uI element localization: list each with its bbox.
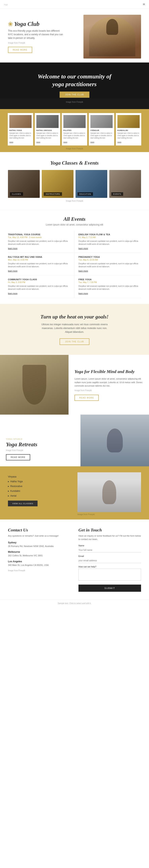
- contact-city-sydney: Sydney 26 Romany Rd, Newtown NSW 2042, A…: [8, 541, 71, 548]
- event-learn-more-link[interactable]: learn more: [78, 270, 88, 272]
- class-card-education[interactable]: EDUCATION: [75, 170, 107, 198]
- contact-city-la: Los Angeles 340 Main St, Los Angeles CA …: [8, 560, 71, 567]
- form-group-email: Email: [78, 555, 141, 563]
- classes-img-link[interactable]: Freepik: [76, 200, 83, 202]
- city-name: Melbourne: [8, 551, 71, 553]
- flex-read-more-button[interactable]: READ MORE: [75, 395, 99, 401]
- type-more-link[interactable]: more: [9, 141, 13, 143]
- submit-button[interactable]: SUBMIT: [78, 585, 141, 592]
- event-title: ENGLISH YOGA FLOW & TEA: [78, 233, 141, 236]
- list-item: KUNDALINI Sample text. Click to select i…: [116, 113, 141, 146]
- event-desc: Dscplkur std ocascat cupidatat non proid…: [78, 285, 141, 290]
- view-all-btn: VIEW ALL CLASSES: [8, 501, 72, 506]
- welcome-banner: Welcome to our community of yoga practit…: [0, 62, 149, 109]
- list-item[interactable]: ▸Aerial: [8, 493, 72, 498]
- flex-left-image: [0, 355, 69, 414]
- list-item: HATHA YOGA Sample text. Click to select …: [8, 113, 33, 146]
- table-row: ENGLISH YOGA FLOW & TEA Fri, May 3, 7:13…: [75, 230, 141, 253]
- event-title: FREE YOGA: [78, 278, 141, 281]
- event-learn-more-link[interactable]: learn more: [78, 247, 88, 250]
- all-events-section: All Events Lorem ipsum dolor sit amet, c…: [0, 210, 149, 304]
- hero-description: This eco-friendly yoga studio boasts two…: [8, 29, 64, 40]
- flex-desc: Lorem ipsum. Lorem ipsum dolor sit amet,…: [75, 377, 143, 388]
- classes-img-link-2[interactable]: Freepik: [88, 513, 95, 516]
- message-field[interactable]: [78, 569, 141, 581]
- contact-city-melbourne: Melbourne 162 Collins St, Melbourne VIC …: [8, 551, 71, 557]
- class-card-classes[interactable]: CLASSES: [8, 170, 40, 198]
- heat-cta-button[interactable]: JOIN THE CLUB: [60, 338, 89, 345]
- retreats-right-image: [80, 414, 149, 466]
- type-more-link[interactable]: more: [90, 141, 94, 143]
- city-name: Sydney: [8, 541, 71, 544]
- event-title: TRADITIONAL YOGA COURSE: [8, 233, 70, 236]
- retreats-left-content: YOGA STUDIO Yoga Retreats Image from Fre…: [0, 414, 80, 466]
- classes-events-section: Yoga Classes & Events CLASSES INSTRUCTOR…: [0, 152, 149, 210]
- hero-section: ❀ Yoga Club This eco-friendly yoga studi…: [0, 9, 149, 62]
- name-field[interactable]: [78, 548, 141, 553]
- retreats-img-credit: Image from Freepik: [6, 449, 75, 452]
- classes-list-img: [77, 472, 141, 512]
- list-item[interactable]: ▸Kundalini: [8, 489, 72, 493]
- list-item[interactable]: Vinyasa: [8, 474, 72, 479]
- class-badge-education: EDUCATION: [77, 192, 93, 196]
- list-item: HATHA VINYASA Sample text. Click to sele…: [35, 113, 60, 146]
- nav-logo: logo: [4, 3, 8, 6]
- hamburger-icon[interactable]: ≡: [143, 2, 145, 6]
- flex-img-link[interactable]: Freepik: [85, 389, 91, 392]
- retreats-read-more-button[interactable]: READ MORE: [6, 454, 30, 460]
- event-learn-more-link[interactable]: learn more: [8, 292, 17, 294]
- type-desc: Sample text. Click to select it. Click a…: [63, 132, 86, 139]
- retreats-section: YOGA STUDIO Yoga Retreats Image from Fre…: [0, 414, 149, 466]
- classes-img-credit-2: Image from Freepik: [77, 513, 141, 516]
- list-item: IYENGAR Sample text. Click to select it.…: [89, 113, 114, 146]
- type-title: HATHA VINYASA: [36, 129, 59, 131]
- name-label: Name: [78, 545, 141, 547]
- hero-read-more-button[interactable]: READ MORE: [8, 47, 32, 53]
- view-all-classes-button[interactable]: VIEW ALL CLASSES: [8, 501, 38, 506]
- footer-text: Sample text. Click to select and edit it…: [8, 602, 141, 604]
- welcome-img-credit: Image from Freepik: [8, 101, 141, 103]
- hero-img-link[interactable]: Freepik: [18, 42, 25, 44]
- contact-heading: Contact Us: [8, 527, 71, 533]
- class-card-events[interactable]: EVENTS: [109, 170, 141, 198]
- type-more-link[interactable]: more: [63, 141, 67, 143]
- contact-img-link[interactable]: Freepik: [18, 569, 25, 571]
- welcome-cta-button[interactable]: JOIN THE CLUB: [60, 92, 89, 98]
- hero-img-credit: Image from Freepik: [8, 42, 73, 44]
- type-title: HATHA YOGA: [9, 129, 32, 131]
- event-date: Tue, May 7, 7:30 PM: [78, 281, 141, 283]
- heat-desc: Ultrices leo integer malesuada nunc vel …: [39, 323, 110, 334]
- email-field[interactable]: [78, 558, 141, 563]
- type-more-link[interactable]: more: [117, 141, 121, 143]
- event-desc: Dscplkur std ocascat cupidatat non proid…: [8, 262, 70, 268]
- types-img-link[interactable]: Freepik: [76, 148, 83, 150]
- event-learn-more-link[interactable]: learn more: [8, 270, 17, 272]
- retreats-img-link[interactable]: Freepik: [16, 449, 23, 452]
- event-learn-more-link[interactable]: learn more: [8, 247, 17, 250]
- flex-right-content: Yoga for Flexible Mind and Body Lorem ip…: [69, 355, 149, 414]
- list-item: PILATES Sample text. Click to select it.…: [62, 113, 87, 146]
- classes-columns: Vinyasa ▸Hatha Yoga ▸Restorative ▸Kundal…: [8, 472, 141, 516]
- navigation: logo ≡: [0, 0, 149, 9]
- contact-img-credit: Image from Freepik: [8, 569, 71, 571]
- type-title: IYENGAR: [90, 129, 113, 131]
- classes-list: Vinyasa ▸Hatha Yoga ▸Restorative ▸Kundal…: [8, 474, 72, 498]
- type-desc: Sample text. Click to select it. Click a…: [36, 132, 59, 139]
- welcome-img-link[interactable]: Freepik: [76, 101, 83, 103]
- brand-name: Yoga Club: [14, 21, 40, 27]
- get-in-touch-intro: Have an inquiry or some feedback for us?…: [78, 534, 141, 541]
- class-card-instructors[interactable]: INSTRUCTORS: [42, 170, 74, 198]
- classes-col-list: Vinyasa ▸Hatha Yoga ▸Restorative ▸Kundal…: [8, 472, 72, 516]
- hero-brand: ❀ Yoga Club: [8, 21, 73, 28]
- list-item[interactable]: ▸Hatha Yoga: [8, 479, 72, 484]
- type-img-4: [90, 115, 113, 128]
- class-badge-events: EVENTS: [111, 192, 123, 196]
- event-desc: Dscplkur std ocascat cupidatat non proid…: [78, 262, 141, 268]
- event-learn-more-link[interactable]: learn more: [78, 292, 88, 294]
- city-address: 162 Collins St, Melbourne VIC 3001: [8, 554, 71, 557]
- form-group-name: Name: [78, 545, 141, 553]
- list-item[interactable]: ▸Restorative: [8, 484, 72, 489]
- type-more-link[interactable]: more: [36, 141, 40, 143]
- yoga-types-section: HATHA YOGA Sample text. Click to select …: [0, 109, 149, 152]
- type-img-5: [117, 115, 140, 128]
